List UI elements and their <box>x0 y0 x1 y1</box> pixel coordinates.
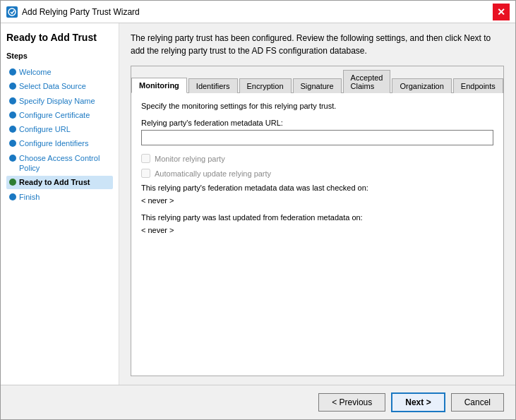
sidebar-item-configure-identifiers[interactable]: Configure Identifiers <box>6 137 113 150</box>
page-title: Ready to Add Trust <box>6 32 113 43</box>
sidebar-label-welcome: Welcome <box>19 67 52 77</box>
title-bar: Add Relying Party Trust Wizard ✕ <box>1 1 515 23</box>
tab-endpoints[interactable]: Endpoints <box>453 78 503 93</box>
tab-content-monitoring: Specify the monitoring settings for this… <box>131 93 503 376</box>
tab-bar: Monitoring Identifiers Encryption Signat… <box>131 66 503 93</box>
auto-update-label: Automatically update relying party <box>155 169 271 178</box>
sidebar-label-configure-identifiers: Configure Identifiers <box>19 138 88 148</box>
sidebar-item-ready-to-add[interactable]: Ready to Add Trust <box>6 176 113 188</box>
main-content: Ready to Add Trust Steps WelcomeSelect D… <box>1 23 515 385</box>
tab-organization[interactable]: Organization <box>392 78 451 93</box>
monitor-checkbox-row: Monitor relying party <box>141 154 493 163</box>
steps-label: Steps <box>6 52 113 60</box>
auto-update-checkbox-row: Automatically update relying party <box>141 169 493 178</box>
url-label: Relying party's federation metadata URL: <box>141 119 493 127</box>
sidebar-item-select-data-source[interactable]: Select Data Source <box>6 80 113 92</box>
federation-metadata-url-input[interactable] <box>141 130 493 145</box>
sidebar: Ready to Add Trust Steps WelcomeSelect D… <box>1 23 119 385</box>
main-description: The relying party trust has been configu… <box>131 32 504 57</box>
sidebar-dot-ready-to-add <box>9 179 16 186</box>
sidebar-label-select-data-source: Select Data Source <box>19 81 86 91</box>
next-button[interactable]: Next > <box>391 392 445 412</box>
last-updated-text: This relying party was last updated from… <box>141 213 493 222</box>
main-panel: The relying party trust has been configu… <box>119 23 515 385</box>
previous-button[interactable]: < Previous <box>318 393 385 412</box>
monitoring-description: Specify the monitoring settings for this… <box>141 102 493 110</box>
sidebar-item-specify-display-name[interactable]: Specify Display Name <box>6 95 113 107</box>
sidebar-label-configure-url: Configure URL <box>19 124 71 134</box>
monitor-checkbox[interactable] <box>141 154 150 163</box>
sidebar-dot-configure-identifiers <box>9 140 16 147</box>
sidebar-dot-configure-url <box>9 126 16 133</box>
monitor-label: Monitor relying party <box>155 155 225 163</box>
sidebar-label-choose-access-control: Choose Access Control Policy <box>19 153 110 174</box>
sidebar-dot-welcome <box>9 68 16 76</box>
sidebar-dot-choose-access-control <box>9 155 16 162</box>
sidebar-label-ready-to-add: Ready to Add Trust <box>19 177 90 187</box>
tab-identifiers[interactable]: Identifiers <box>188 78 238 93</box>
last-checked-text: This relying party's federation metadata… <box>141 184 493 192</box>
tab-panel: Monitoring Identifiers Encryption Signat… <box>131 66 504 376</box>
auto-update-checkbox[interactable] <box>141 169 150 178</box>
sidebar-item-finish[interactable]: Finish <box>6 191 113 203</box>
sidebar-dot-finish <box>9 193 16 200</box>
tab-encryption[interactable]: Encryption <box>239 78 292 93</box>
last-updated-value: < never > <box>141 226 493 234</box>
window-icon <box>6 6 18 18</box>
footer: < Previous Next > Cancel <box>1 385 515 419</box>
sidebar-label-configure-certificate: Configure Certificate <box>19 110 90 120</box>
sidebar-item-configure-url[interactable]: Configure URL <box>6 123 113 136</box>
title-bar-left: Add Relying Party Trust Wizard <box>6 6 140 18</box>
sidebar-dot-select-data-source <box>9 83 16 90</box>
svg-point-0 <box>8 8 16 16</box>
sidebar-dot-specify-display-name <box>9 97 16 104</box>
wizard-window: Add Relying Party Trust Wizard ✕ Ready t… <box>0 0 516 420</box>
window-title: Add Relying Party Trust Wizard <box>22 7 140 17</box>
sidebar-item-configure-certificate[interactable]: Configure Certificate <box>6 109 113 121</box>
cancel-button[interactable]: Cancel <box>451 393 504 412</box>
tab-accepted-claims[interactable]: Accepted Claims <box>343 70 391 93</box>
tab-signature[interactable]: Signature <box>293 78 342 93</box>
close-button[interactable]: ✕ <box>493 4 510 20</box>
sidebar-item-choose-access-control[interactable]: Choose Access Control Policy <box>6 152 113 175</box>
sidebar-item-welcome[interactable]: Welcome <box>6 66 113 78</box>
last-checked-value: < never > <box>141 196 493 205</box>
tab-monitoring[interactable]: Monitoring <box>131 78 187 93</box>
sidebar-label-specify-display-name: Specify Display Name <box>19 96 95 106</box>
sidebar-dot-configure-certificate <box>9 112 16 119</box>
sidebar-label-finish: Finish <box>19 192 40 202</box>
